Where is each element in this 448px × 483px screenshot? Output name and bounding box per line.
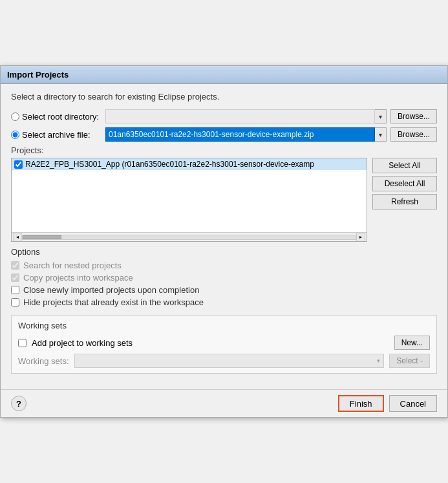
- projects-section: RA2E2_FPB_HS3001_App (r01an6350ec0101-ra…: [11, 158, 437, 242]
- options-label: Options: [11, 247, 437, 257]
- option-row-copy: Copy projects into workspace: [11, 273, 437, 283]
- root-directory-browse-button[interactable]: Browse...: [390, 109, 437, 123]
- archive-file-combo: ▾: [105, 127, 387, 142]
- archive-file-label: Select archive file:: [22, 130, 91, 140]
- projects-buttons: Select All Deselect All Refresh: [372, 158, 437, 242]
- footer-left: ?: [11, 396, 27, 411]
- project-checkbox[interactable]: [14, 160, 23, 169]
- working-sets-dropdown-arrow[interactable]: ▾: [373, 358, 383, 364]
- root-directory-row: Select root directory: ▾ Browse...: [11, 109, 437, 123]
- copy-projects-label: Copy projects into workspace: [23, 273, 133, 283]
- scroll-left-arrow[interactable]: ◂: [13, 233, 22, 242]
- option-row-nested: Search for nested projects: [11, 261, 437, 270]
- root-directory-combo: ▾: [105, 109, 387, 123]
- archive-file-browse-button[interactable]: Browse...: [390, 127, 437, 142]
- dialog-footer: ? Finish Cancel: [1, 389, 447, 417]
- option-row-close: Close newly imported projects upon compl…: [11, 285, 437, 295]
- root-directory-label: Select root directory:: [22, 112, 99, 122]
- nested-projects-label: Search for nested projects: [23, 261, 122, 270]
- dialog-subtitle: Select a directory to search for existin…: [11, 92, 437, 102]
- new-working-set-button[interactable]: New...: [394, 336, 430, 350]
- root-directory-radio[interactable]: [11, 113, 19, 121]
- select-all-button[interactable]: Select All: [372, 158, 437, 173]
- close-projects-checkbox[interactable]: [11, 286, 19, 294]
- dialog-titlebar: Import Projects: [1, 66, 447, 84]
- scroll-right-arrow[interactable]: ▸: [356, 233, 365, 242]
- archive-file-radio[interactable]: [11, 131, 19, 139]
- horizontal-scrollbar[interactable]: ◂ ▸: [12, 232, 367, 241]
- root-directory-radio-label[interactable]: Select root directory:: [11, 112, 101, 122]
- option-row-hide: Hide projects that already exist in the …: [11, 297, 437, 307]
- close-projects-label: Close newly imported projects upon compl…: [23, 285, 199, 295]
- hide-projects-label: Hide projects that already exist in the …: [23, 297, 204, 307]
- archive-file-dropdown-arrow[interactable]: ▾: [375, 127, 387, 142]
- working-sets-input[interactable]: [75, 356, 374, 365]
- list-item[interactable]: RA2E2_FPB_HS3001_App (r01an6350ec0101-ra…: [12, 158, 367, 170]
- refresh-button[interactable]: Refresh: [372, 194, 437, 209]
- add-to-working-sets-label: Add project to working sets: [32, 338, 133, 348]
- projects-label: Projects:: [11, 145, 437, 155]
- working-sets-title: Working sets: [18, 321, 430, 330]
- finish-button[interactable]: Finish: [338, 395, 384, 412]
- archive-file-input[interactable]: [105, 127, 375, 142]
- import-projects-dialog: Import Projects Select a directory to se…: [0, 65, 448, 418]
- select-working-set-button[interactable]: Select -: [389, 354, 430, 368]
- archive-file-radio-label[interactable]: Select archive file:: [11, 130, 101, 140]
- deselect-all-button[interactable]: Deselect All: [372, 176, 437, 191]
- root-directory-dropdown-arrow[interactable]: ▾: [375, 109, 387, 123]
- copy-projects-checkbox[interactable]: [11, 274, 19, 282]
- archive-file-row: Select archive file: ▾ Browse...: [11, 127, 437, 142]
- project-item-text: RA2E2_FPB_HS3001_App (r01an6350ec0101-ra…: [25, 160, 314, 169]
- dialog-title: Import Projects: [7, 70, 69, 80]
- dialog-body: Select a directory to search for existin…: [1, 84, 447, 389]
- projects-list: RA2E2_FPB_HS3001_App (r01an6350ec0101-ra…: [12, 158, 367, 232]
- working-sets-combo[interactable]: ▾: [74, 354, 385, 368]
- working-sets-label-row: Working sets: ▾ Select -: [18, 354, 430, 368]
- scrollbar-track[interactable]: [22, 235, 356, 240]
- projects-list-container: RA2E2_FPB_HS3001_App (r01an6350ec0101-ra…: [11, 158, 367, 242]
- options-section: Options Search for nested projects Copy …: [11, 247, 437, 307]
- root-directory-input[interactable]: [105, 109, 375, 123]
- working-sets-add-row: Add project to working sets New...: [18, 336, 430, 350]
- nested-projects-checkbox[interactable]: [11, 261, 19, 270]
- help-button[interactable]: ?: [11, 396, 27, 411]
- scrollbar-thumb[interactable]: [23, 235, 61, 239]
- add-to-working-sets-checkbox[interactable]: [18, 339, 27, 347]
- footer-right: Finish Cancel: [338, 395, 437, 412]
- hide-projects-checkbox[interactable]: [11, 298, 19, 306]
- working-sets-section: Working sets Add project to working sets…: [11, 315, 437, 374]
- working-sets-label: Working sets:: [18, 356, 69, 366]
- cancel-button[interactable]: Cancel: [389, 395, 437, 412]
